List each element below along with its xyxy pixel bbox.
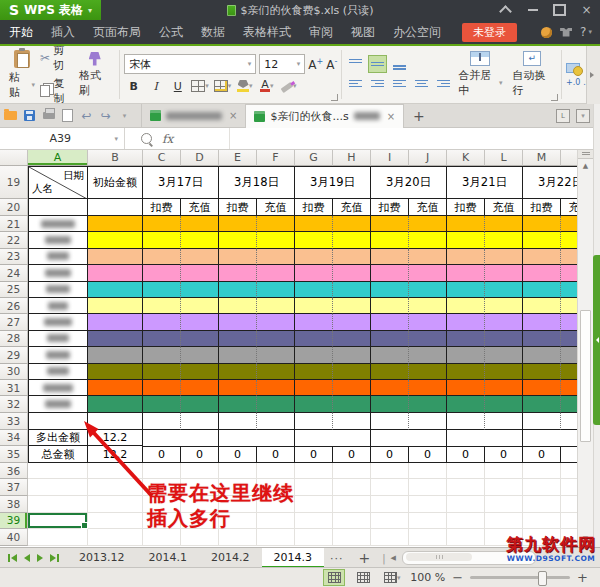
member-cell-29[interactable]	[409, 347, 447, 363]
member-cell-27[interactable]	[371, 314, 409, 330]
member-cell-32[interactable]	[523, 396, 561, 412]
cell-33[interactable]	[409, 413, 447, 430]
cell-B30[interactable]	[88, 364, 143, 380]
close-tab-icon[interactable]: ×	[385, 111, 395, 122]
cell-H35[interactable]: 0	[333, 446, 371, 463]
member-cell-25[interactable]	[409, 282, 447, 298]
row-header-34[interactable]: 34	[0, 430, 28, 447]
member-cell-30[interactable]	[371, 364, 409, 380]
vertical-scrollbar[interactable]: ▲ ▼	[577, 149, 593, 547]
cell-r40[interactable]	[447, 529, 485, 546]
menu-tab-审阅[interactable]: 审阅	[300, 20, 342, 44]
row-header-27[interactable]: 27	[0, 314, 28, 330]
cell-r40[interactable]	[181, 529, 219, 546]
draw-border-button[interactable]: ▾	[213, 77, 233, 95]
cell-J35[interactable]: 0	[409, 446, 447, 463]
row-header-19[interactable]: 19	[0, 166, 28, 199]
new-document-tab-button[interactable]: +	[404, 108, 434, 124]
member-cell-26[interactable]	[181, 298, 219, 314]
cell-r40[interactable]	[371, 529, 409, 546]
cell-r37[interactable]	[371, 479, 409, 496]
quick-toolbar-caret[interactable]: ▾	[116, 108, 133, 124]
cell-B20[interactable]	[88, 199, 143, 216]
column-header-I[interactable]: I	[371, 149, 409, 166]
select-all-corner[interactable]	[0, 149, 28, 166]
formula-input[interactable]	[230, 128, 600, 149]
member-cell-29[interactable]	[333, 347, 371, 363]
member-cell-27[interactable]	[485, 314, 523, 330]
cell-r39[interactable]	[447, 513, 485, 530]
member-cell-26[interactable]	[371, 298, 409, 314]
cell-A26[interactable]	[28, 298, 88, 314]
member-cell-26[interactable]	[219, 298, 257, 314]
next-sheet-button[interactable]	[37, 554, 43, 562]
maximize-button[interactable]	[546, 0, 573, 20]
align-left-button[interactable]	[390, 76, 409, 94]
date-header-3[interactable]: 3月19日	[295, 166, 371, 199]
cell-A19[interactable]: 日期人名	[28, 166, 88, 199]
hscrollbar-thumb[interactable]	[406, 553, 472, 561]
member-cell-32[interactable]	[447, 396, 485, 412]
currency-format-icon[interactable]	[566, 63, 583, 76]
cell-B29[interactable]	[88, 347, 143, 363]
member-cell-22[interactable]	[295, 232, 333, 248]
cell-r38[interactable]	[28, 496, 88, 513]
cell-r36[interactable]	[295, 463, 333, 480]
cell-34[interactable]	[295, 430, 333, 447]
split-handle[interactable]	[578, 149, 593, 159]
member-cell-31[interactable]	[371, 380, 409, 396]
cell-A33[interactable]	[28, 413, 88, 430]
member-cell-29[interactable]	[485, 347, 523, 363]
cell-C35[interactable]: 0	[143, 446, 181, 463]
sheet-tab-2014.2[interactable]: 2014.2	[199, 548, 262, 568]
cell-r39[interactable]	[561, 513, 577, 530]
member-cell-30[interactable]	[523, 364, 561, 380]
cell-r38[interactable]	[295, 496, 333, 513]
member-cell-28[interactable]	[295, 331, 333, 347]
member-cell-30[interactable]	[333, 364, 371, 380]
member-cell-29[interactable]	[295, 347, 333, 363]
member-cell-28[interactable]	[371, 331, 409, 347]
name-box[interactable]: A39 ▾	[0, 128, 125, 149]
cell-34[interactable]	[561, 430, 577, 447]
underline-button[interactable]: U	[168, 77, 187, 95]
increase-decimal-button[interactable]: +.0	[566, 79, 580, 87]
magnifier-icon[interactable]	[141, 133, 152, 144]
cell-r36[interactable]	[561, 463, 577, 480]
sub-header-充值[interactable]: 充值	[409, 199, 447, 216]
member-cell-29[interactable]	[257, 347, 295, 363]
cell-A30[interactable]	[28, 364, 88, 380]
member-cell-28[interactable]	[257, 331, 295, 347]
member-cell-30[interactable]	[257, 364, 295, 380]
close-tab-icon[interactable]: ×	[227, 110, 237, 121]
alignment-dialog-launcher[interactable]	[551, 94, 558, 101]
help-button[interactable]: ?▾	[580, 25, 592, 39]
member-cell-29[interactable]	[561, 347, 577, 363]
member-cell-27[interactable]	[523, 314, 561, 330]
member-cell-25[interactable]	[219, 282, 257, 298]
cell-33[interactable]	[561, 413, 577, 430]
scroll-up-icon[interactable]: ▲	[578, 159, 593, 172]
cell-34[interactable]	[409, 430, 447, 447]
custom-view-button[interactable]: ▾	[381, 569, 403, 586]
cell-B33[interactable]	[88, 413, 143, 430]
sheet-tab-2014.1[interactable]: 2014.1	[137, 548, 200, 568]
cell-r37[interactable]	[88, 479, 143, 496]
font-color-button[interactable]: A▾	[257, 77, 276, 95]
cell-A21[interactable]	[28, 216, 88, 232]
sheet-tab-2014.3[interactable]: 2014.3	[262, 548, 325, 568]
member-cell-32[interactable]	[143, 396, 181, 412]
member-cell-31[interactable]	[447, 380, 485, 396]
cell-E35[interactable]: 0	[219, 446, 257, 463]
history-icon[interactable]: L	[556, 109, 570, 123]
member-cell-24[interactable]	[143, 265, 181, 281]
theme-icon[interactable]	[541, 27, 552, 38]
prev-sheet-button[interactable]	[24, 554, 30, 562]
cell-r36[interactable]	[333, 463, 371, 480]
cell-A25[interactable]	[28, 282, 88, 298]
menu-tab-视图[interactable]: 视图	[342, 20, 384, 44]
sheet-tab-2013.12[interactable]: 2013.12	[67, 548, 137, 568]
insert-function-button[interactable]: fx	[162, 132, 173, 146]
cell-B25[interactable]	[88, 282, 143, 298]
cell-r40[interactable]	[219, 529, 257, 546]
